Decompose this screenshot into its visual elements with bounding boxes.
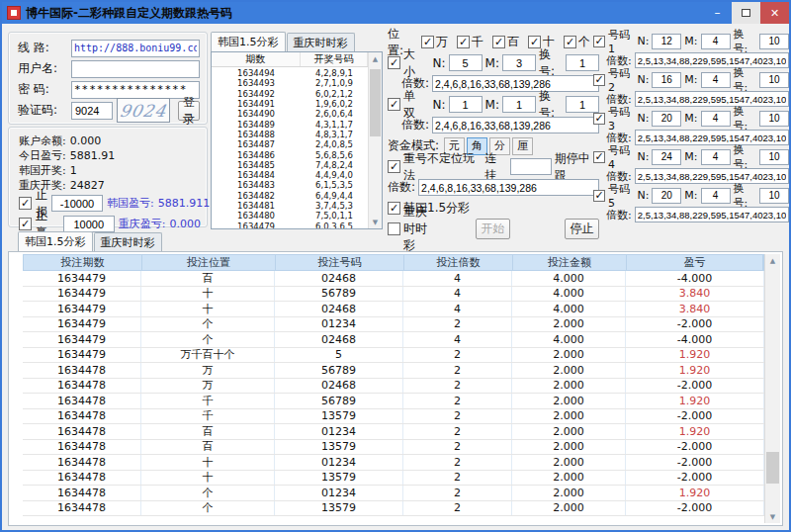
hot-number-n-input[interactable] xyxy=(652,34,681,49)
draw-row[interactable]: 16344884,8,3,1,7 xyxy=(212,130,368,139)
minimize-icon[interactable]: – xyxy=(703,2,732,24)
chonghao-beishu-input[interactable] xyxy=(418,179,599,196)
bet-row[interactable]: 1634478十1357922.000-2.000 xyxy=(23,471,764,487)
draw-row[interactable]: 16344813,7,4,5,3 xyxy=(212,201,368,211)
position-checkbox[interactable] xyxy=(564,36,576,48)
scroll-down-icon[interactable]: ▼ xyxy=(369,216,382,228)
korea-lottery-checkbox[interactable] xyxy=(388,202,400,215)
fund-mode-button[interactable]: 厘 xyxy=(512,137,533,155)
hot-number-huan-input[interactable] xyxy=(759,111,789,127)
bet-row[interactable]: 1634479万千百十个522.0001.920 xyxy=(23,348,764,364)
danshuang-m-input[interactable] xyxy=(502,96,536,113)
hot-number-huan-input[interactable] xyxy=(759,34,789,49)
hot-number-checkbox[interactable] xyxy=(593,151,605,163)
hot-number-beishu-input[interactable] xyxy=(635,91,789,107)
bet-scrollbar[interactable]: ▲ ▼ xyxy=(764,254,780,523)
tab-chongqing-draws[interactable]: 重庆时时彩 xyxy=(287,33,355,51)
hot-number-huan-input[interactable] xyxy=(759,188,789,204)
draw-row[interactable]: 16344796,0,3,6,5 xyxy=(212,221,368,228)
danshuang-checkbox[interactable] xyxy=(388,98,400,111)
hot-number-checkbox[interactable] xyxy=(593,190,605,202)
close-icon[interactable]: ✕ xyxy=(760,2,789,24)
daxiao-checkbox[interactable] xyxy=(388,56,400,69)
bet-scroll-thumb[interactable] xyxy=(766,452,779,484)
captcha-image[interactable]: 9024 xyxy=(117,98,170,123)
hot-number-beishu-input[interactable] xyxy=(635,52,789,68)
hot-number-n-input[interactable] xyxy=(652,72,681,88)
stop-win-checkbox[interactable] xyxy=(19,218,32,230)
danshuang-beishu-input[interactable] xyxy=(432,117,599,133)
bet-row[interactable]: 1634479百0246844.000-4.000 xyxy=(23,271,764,287)
draw-scrollbar[interactable]: ▲ ▼ xyxy=(368,52,382,228)
draw-row[interactable]: 16344894,3,1,1,7 xyxy=(212,119,368,129)
start-button[interactable]: 开始 xyxy=(476,219,510,239)
maximize-icon[interactable] xyxy=(732,2,760,24)
hot-number-m-input[interactable] xyxy=(701,72,731,88)
draw-row[interactable]: 16344836,1,5,3,5 xyxy=(212,180,368,190)
scroll-up-icon[interactable]: ▲ xyxy=(765,254,780,267)
draw-row[interactable]: 16344857,4,8,2,4 xyxy=(212,160,368,170)
bet-row[interactable]: 1634479个0246844.000-4.000 xyxy=(23,332,764,348)
hot-number-checkbox[interactable] xyxy=(593,74,605,86)
draw-row[interactable]: 16344807,5,0,1,1 xyxy=(212,211,368,221)
draw-row[interactable]: 16344902,6,0,6,4 xyxy=(212,109,368,119)
lianggua-input[interactable] xyxy=(510,158,552,175)
bet-row[interactable]: 1634478个1357922.000-2.000 xyxy=(23,501,764,517)
tab-korea-bets[interactable]: 韩国1.5分彩 xyxy=(18,231,93,251)
bet-row[interactable]: 1634478百0123422.0001.920 xyxy=(23,424,764,440)
position-option[interactable]: 百 xyxy=(492,34,519,50)
position-checkbox[interactable] xyxy=(492,36,505,48)
hot-number-m-input[interactable] xyxy=(701,111,731,127)
hot-number-m-input[interactable] xyxy=(701,149,731,165)
tab-korea-draws[interactable]: 韩国1.5分彩 xyxy=(211,32,286,51)
chongqing-lottery-checkbox[interactable] xyxy=(388,222,400,235)
draw-row[interactable]: 16344932,7,1,0,9 xyxy=(212,78,368,88)
position-option[interactable]: 个 xyxy=(564,34,590,50)
hot-number-checkbox[interactable] xyxy=(593,113,605,125)
tab-chongqing-bets[interactable]: 重庆时时彩 xyxy=(94,232,162,251)
bet-row[interactable]: 1634478千5678922.0001.920 xyxy=(23,394,764,409)
stop-loss-checkbox[interactable] xyxy=(19,197,32,210)
hot-number-beishu-input[interactable] xyxy=(635,130,789,145)
hot-number-huan-input[interactable] xyxy=(759,149,789,165)
hot-number-huan-input[interactable] xyxy=(759,72,789,88)
daxiao-beishu-input[interactable] xyxy=(432,75,599,92)
draw-row[interactable]: 16344944,2,8,9,1 xyxy=(212,68,368,78)
bet-row[interactable]: 1634478万0246822.000-2.000 xyxy=(23,379,764,395)
draw-row[interactable]: 16344826,4,9,4,4 xyxy=(212,191,368,201)
hot-number-m-input[interactable] xyxy=(701,34,731,49)
stop-loss-input[interactable] xyxy=(51,195,103,212)
login-button[interactable]: 登录 xyxy=(178,101,200,121)
hot-number-n-input[interactable] xyxy=(652,149,681,165)
danshuang-n-input[interactable] xyxy=(449,96,483,113)
stop-win-input[interactable] xyxy=(63,216,115,232)
bet-row[interactable]: 1634479十0246844.0003.840 xyxy=(23,302,764,317)
draw-row[interactable]: 16344911,9,6,0,2 xyxy=(212,99,368,109)
captcha-input[interactable] xyxy=(71,102,113,120)
bet-row[interactable]: 1634478百1357922.000-2.000 xyxy=(23,440,764,456)
hot-number-n-input[interactable] xyxy=(652,111,681,127)
hot-number-n-input[interactable] xyxy=(652,188,681,204)
bet-row[interactable]: 1634478万5678922.0001.920 xyxy=(23,363,764,379)
hot-number-beishu-input[interactable] xyxy=(635,207,789,222)
position-option[interactable]: 万 xyxy=(421,34,448,50)
draw-row[interactable]: 16344872,4,0,8,5 xyxy=(212,139,368,149)
bet-row[interactable]: 1634478十0123422.000-2.000 xyxy=(23,455,764,471)
bet-row[interactable]: 1634478千1357922.000-2.000 xyxy=(23,409,764,425)
draw-scroll-thumb[interactable] xyxy=(370,69,381,136)
scroll-up-icon[interactable]: ▲ xyxy=(369,52,382,65)
daxiao-m-input[interactable] xyxy=(502,54,536,71)
position-option[interactable]: 千 xyxy=(457,34,483,50)
draw-row[interactable]: 16344865,6,8,5,6 xyxy=(212,149,368,159)
bet-row[interactable]: 1634478个0123422.0001.920 xyxy=(23,486,764,501)
scroll-down-icon[interactable]: ▼ xyxy=(765,510,780,523)
username-field[interactable] xyxy=(71,60,200,78)
bet-row[interactable]: 1634479个0123422.000-2.000 xyxy=(23,317,764,333)
hot-number-m-input[interactable] xyxy=(701,188,731,204)
draw-row[interactable]: 16344926,0,2,1,2 xyxy=(212,89,368,99)
bet-row[interactable]: 1634479十5678944.0003.840 xyxy=(23,287,764,303)
chonghao-checkbox[interactable] xyxy=(388,160,400,173)
line-url-input[interactable] xyxy=(71,40,200,57)
position-checkbox[interactable] xyxy=(457,36,470,48)
draw-row[interactable]: 16344844,4,9,4,0 xyxy=(212,170,368,180)
